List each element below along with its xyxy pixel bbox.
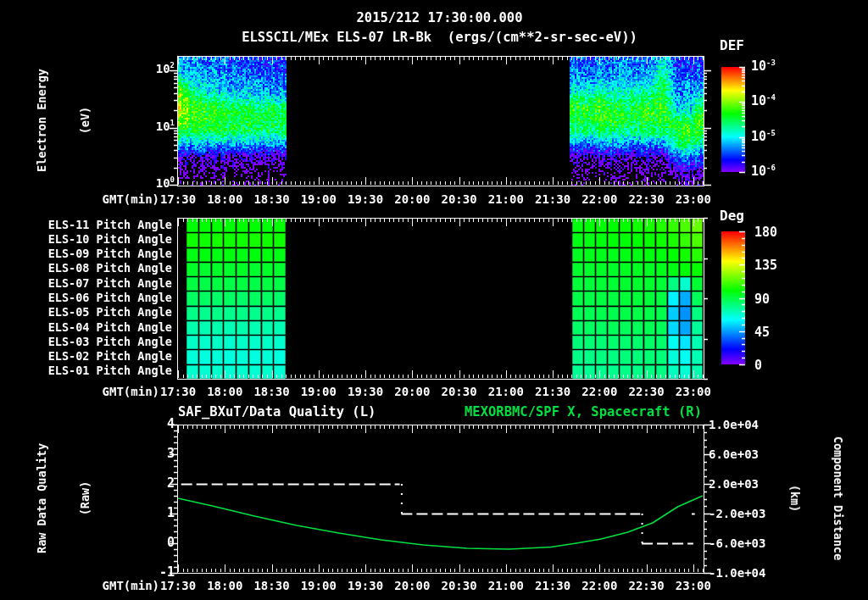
deg-colorbar-tick-label: 0 (754, 358, 762, 373)
distance-tick-label: 2.0e+03 (709, 477, 759, 491)
quality-tick-label: 1 (167, 506, 175, 520)
distance-tick-label: -6.0e+03 (709, 536, 765, 550)
pitch-row-label: ELS-11 Pitch Angle (48, 219, 172, 232)
component-distance-axis-line1: Component Distance (831, 436, 845, 560)
time-tick-label: 18:00 (199, 192, 250, 206)
bottom-panel-left-title: SAF_BXuT/Data Quality (L) (178, 404, 376, 419)
time-tick-label: 23:00 (668, 579, 719, 592)
quality-tick-label: 2 (167, 476, 175, 491)
pitch-row-label: ELS-02 Pitch Angle (48, 350, 172, 364)
time-tick-label: 19:30 (340, 385, 391, 398)
def-colorbar-tick-label: 10-3 (751, 58, 776, 74)
time-tick-label: 20:00 (387, 192, 437, 206)
colorbar-deg-title: Deg (720, 208, 744, 224)
plot-screen: 2015/212 17:30:00.000 ELSSCIL/MEx ELS-07… (0, 0, 868, 600)
pitch-row-label: ELS-04 Pitch Angle (48, 321, 172, 335)
time-tick-label: 21:30 (527, 192, 578, 206)
distance-tick-label: -1.0e+04 (709, 566, 765, 580)
time-tick-label: 20:30 (434, 579, 485, 592)
time-tick-label: 19:30 (340, 579, 391, 592)
pitch-row-label: ELS-06 Pitch Angle (48, 292, 172, 305)
time-tick-label: 22:30 (621, 192, 672, 206)
def-colorbar-tick-label: 10-5 (751, 129, 776, 144)
distance-tick-label: 6.0e+03 (709, 447, 759, 461)
distance-tick-label: 1.0e+04 (709, 418, 759, 431)
time-tick-label: 21:00 (481, 579, 531, 592)
bottom-panel-right-title: MEXORBMC/SPF X, Spacecraft (R) (465, 404, 702, 419)
quality-tick-label: 0 (167, 536, 175, 550)
time-tick-label: 19:30 (340, 192, 391, 206)
component-distance-axis-title: Component Distance (km) (759, 436, 868, 560)
time-tick-label: 20:30 (434, 385, 485, 398)
time-tick-label: 23:00 (668, 385, 719, 398)
electron-energy-axis-line1: Electron Energy (35, 69, 49, 172)
pitch-row-label: ELS-01 Pitch Angle (48, 364, 172, 378)
time-tick-label: 22:00 (574, 579, 625, 592)
time-tick-label: 21:00 (481, 192, 531, 206)
time-tick-label: 20:00 (387, 579, 437, 592)
energy-tick-label: 102 (156, 61, 175, 75)
time-tick-label: 18:30 (247, 385, 298, 398)
time-tick-label: 22:00 (574, 385, 625, 398)
quality-tick-label: 3 (167, 447, 175, 461)
colorbar-def-title: DEF (720, 37, 744, 53)
deg-colorbar-tick-label: 45 (754, 325, 770, 340)
deg-colorbar-tick-label: 180 (754, 225, 777, 240)
page-subtitle: ELSSCIL/MEx ELS-07 LR-Bk (ergs/(cm**2-sr… (175, 30, 704, 45)
time-tick-label: 22:00 (574, 192, 625, 206)
raw-data-quality-axis-line2: (Raw) (78, 443, 92, 553)
raw-data-quality-axis-line1: Raw Data Quality (35, 443, 49, 553)
time-tick-label: 22:30 (621, 385, 672, 398)
energy-tick-label: 100 (156, 175, 175, 190)
time-tick-label: 19:00 (293, 579, 344, 592)
electron-energy-axis-line2: (eV) (78, 69, 92, 172)
time-tick-label: 19:00 (293, 385, 344, 398)
time-tick-label: 18:00 (199, 579, 250, 592)
raw-data-quality-axis-title: Raw Data Quality (Raw) (6, 443, 121, 553)
time-tick-label: 18:00 (199, 385, 250, 398)
time-tick-label: 20:30 (434, 192, 485, 206)
def-colorbar-tick-label: 10-6 (751, 164, 776, 179)
time-tick-label: 17:30 (153, 579, 203, 592)
time-tick-label: 21:30 (527, 385, 578, 398)
deg-colorbar-tick-label: 90 (754, 292, 770, 307)
energy-tick-label: 101 (156, 119, 175, 133)
time-tick-label: 17:30 (153, 192, 203, 206)
gmt-label-panel2: GMT(min) (103, 385, 159, 398)
def-colorbar-tick-label: 10-4 (751, 93, 776, 108)
time-tick-label: 19:00 (293, 192, 344, 206)
time-tick-label: 20:00 (387, 385, 437, 398)
distance-tick-label: -2.0e+03 (709, 507, 765, 520)
gmt-label-panel3: GMT(min) (103, 579, 159, 592)
time-tick-label: 21:30 (527, 579, 578, 592)
time-tick-label: 21:00 (481, 385, 531, 398)
quality-tick-label: 4 (167, 417, 175, 431)
pitch-row-label: ELS-09 Pitch Angle (48, 247, 172, 261)
time-tick-label: 23:00 (668, 192, 719, 206)
pitch-row-label: ELS-05 Pitch Angle (48, 306, 172, 319)
time-tick-label: 17:30 (153, 385, 203, 398)
pitch-row-label: ELS-07 Pitch Angle (48, 277, 172, 291)
deg-colorbar-tick-label: 135 (754, 258, 777, 273)
time-tick-label: 18:30 (247, 192, 298, 206)
pitch-row-label: ELS-03 Pitch Angle (48, 336, 172, 349)
electron-energy-axis-title: Electron Energy (eV) (6, 69, 121, 172)
pitch-row-label: ELS-10 Pitch Angle (48, 233, 172, 247)
gmt-label-panel1: GMT(min) (103, 192, 159, 206)
quality-tick-label: -1 (159, 565, 175, 580)
pitch-row-label: ELS-08 Pitch Angle (48, 262, 172, 275)
time-tick-label: 22:30 (621, 579, 672, 592)
page-title: 2015/212 17:30:00.000 (175, 10, 704, 25)
time-tick-label: 18:30 (247, 579, 298, 592)
component-distance-axis-line2: (km) (787, 436, 802, 560)
